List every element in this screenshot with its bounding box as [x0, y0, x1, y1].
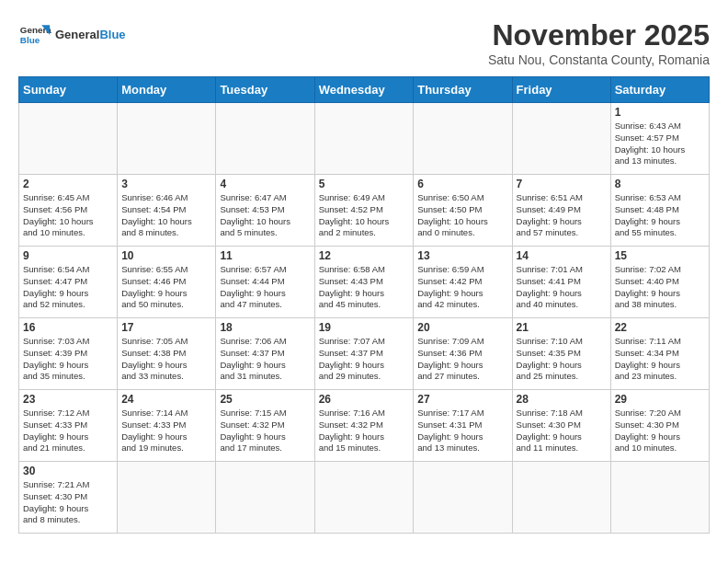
day-number: 24: [121, 393, 211, 406]
day-number: 21: [517, 321, 607, 334]
calendar-cell: 19Sunrise: 7:07 AM Sunset: 4:37 PM Dayli…: [314, 318, 414, 390]
day-number: 20: [417, 321, 507, 334]
calendar-cell: 13Sunrise: 6:59 AM Sunset: 4:42 PM Dayli…: [414, 247, 512, 318]
calendar-cell: 6Sunrise: 6:50 AM Sunset: 4:50 PM Daylig…: [414, 175, 512, 247]
calendar-cell: [216, 103, 314, 175]
day-number: 6: [417, 178, 507, 190]
day-info: Sunrise: 7:06 AM Sunset: 4:37 PM Dayligh…: [220, 336, 310, 383]
calendar-cell: [512, 462, 610, 534]
logo-blue: Blue: [99, 28, 125, 41]
day-number: 30: [23, 465, 113, 477]
calendar-cell: [216, 462, 314, 534]
calendar-cell: 23Sunrise: 7:12 AM Sunset: 4:33 PM Dayli…: [19, 390, 118, 462]
calendar-cell: 2Sunrise: 6:45 AM Sunset: 4:56 PM Daylig…: [19, 175, 118, 247]
logo-icon: General Blue: [18, 18, 51, 52]
calendar-cell: 29Sunrise: 7:20 AM Sunset: 4:30 PM Dayli…: [610, 390, 709, 462]
day-info: Sunrise: 6:50 AM Sunset: 4:50 PM Dayligh…: [417, 192, 507, 239]
day-header-sunday: Sunday: [19, 77, 118, 103]
calendar-cell: 21Sunrise: 7:10 AM Sunset: 4:35 PM Dayli…: [512, 318, 610, 390]
calendar-cell: 11Sunrise: 6:57 AM Sunset: 4:44 PM Dayli…: [216, 247, 314, 318]
calendar-cell: [19, 103, 118, 175]
week-row-3: 9Sunrise: 6:54 AM Sunset: 4:47 PM Daylig…: [19, 247, 710, 318]
day-info: Sunrise: 7:16 AM Sunset: 4:32 PM Dayligh…: [319, 408, 410, 454]
calendar-cell: 9Sunrise: 6:54 AM Sunset: 4:47 PM Daylig…: [19, 247, 118, 318]
day-number: 28: [517, 393, 607, 406]
day-info: Sunrise: 7:14 AM Sunset: 4:33 PM Dayligh…: [121, 408, 211, 454]
calendar-cell: 7Sunrise: 6:51 AM Sunset: 4:49 PM Daylig…: [512, 175, 610, 247]
calendar-cell: 4Sunrise: 6:47 AM Sunset: 4:53 PM Daylig…: [216, 175, 314, 247]
day-number: 18: [220, 321, 310, 334]
day-number: 27: [417, 393, 507, 406]
week-row-1: 1Sunrise: 6:43 AM Sunset: 4:57 PM Daylig…: [19, 103, 710, 175]
calendar-cell: 22Sunrise: 7:11 AM Sunset: 4:34 PM Dayli…: [610, 318, 709, 390]
day-number: 17: [121, 321, 211, 334]
day-number: 29: [615, 393, 705, 406]
day-info: Sunrise: 7:12 AM Sunset: 4:33 PM Dayligh…: [23, 408, 113, 454]
day-info: Sunrise: 6:53 AM Sunset: 4:48 PM Dayligh…: [615, 192, 705, 239]
calendar: SundayMondayTuesdayWednesdayThursdayFrid…: [18, 76, 710, 534]
day-number: 7: [517, 178, 607, 190]
day-number: 3: [121, 178, 211, 190]
day-info: Sunrise: 6:51 AM Sunset: 4:49 PM Dayligh…: [517, 192, 607, 239]
calendar-cell: 16Sunrise: 7:03 AM Sunset: 4:39 PM Dayli…: [19, 318, 118, 390]
day-header-thursday: Thursday: [414, 77, 512, 103]
calendar-cell: [414, 103, 512, 175]
day-number: 11: [220, 249, 310, 262]
calendar-cell: [118, 462, 216, 534]
day-info: Sunrise: 6:58 AM Sunset: 4:43 PM Dayligh…: [319, 264, 410, 311]
calendar-cell: 25Sunrise: 7:15 AM Sunset: 4:32 PM Dayli…: [216, 390, 314, 462]
day-info: Sunrise: 7:07 AM Sunset: 4:37 PM Dayligh…: [319, 336, 410, 383]
day-number: 25: [220, 393, 310, 406]
day-info: Sunrise: 7:10 AM Sunset: 4:35 PM Dayligh…: [517, 336, 607, 383]
calendar-cell: [314, 103, 414, 175]
day-info: Sunrise: 7:11 AM Sunset: 4:34 PM Dayligh…: [615, 336, 705, 383]
day-info: Sunrise: 7:17 AM Sunset: 4:31 PM Dayligh…: [417, 408, 507, 454]
day-info: Sunrise: 6:43 AM Sunset: 4:57 PM Dayligh…: [615, 121, 705, 167]
day-info: Sunrise: 7:18 AM Sunset: 4:30 PM Dayligh…: [517, 408, 607, 454]
days-header-row: SundayMondayTuesdayWednesdayThursdayFrid…: [19, 77, 710, 103]
calendar-cell: 17Sunrise: 7:05 AM Sunset: 4:38 PM Dayli…: [118, 318, 216, 390]
calendar-cell: [414, 462, 512, 534]
logo: General Blue GeneralBlue: [18, 18, 126, 52]
calendar-cell: 3Sunrise: 6:46 AM Sunset: 4:54 PM Daylig…: [118, 175, 216, 247]
day-header-saturday: Saturday: [610, 77, 709, 103]
day-info: Sunrise: 6:46 AM Sunset: 4:54 PM Dayligh…: [121, 192, 211, 239]
day-number: 15: [615, 249, 705, 262]
day-info: Sunrise: 6:47 AM Sunset: 4:53 PM Dayligh…: [220, 192, 310, 239]
calendar-cell: 18Sunrise: 7:06 AM Sunset: 4:37 PM Dayli…: [216, 318, 314, 390]
day-number: 9: [23, 249, 113, 262]
day-info: Sunrise: 6:55 AM Sunset: 4:46 PM Dayligh…: [121, 264, 211, 311]
calendar-cell: 8Sunrise: 6:53 AM Sunset: 4:48 PM Daylig…: [610, 175, 709, 247]
day-info: Sunrise: 7:20 AM Sunset: 4:30 PM Dayligh…: [615, 408, 705, 454]
calendar-cell: 26Sunrise: 7:16 AM Sunset: 4:32 PM Dayli…: [314, 390, 414, 462]
header: General Blue GeneralBlue November 2025 S…: [18, 18, 710, 67]
day-info: Sunrise: 7:05 AM Sunset: 4:38 PM Dayligh…: [121, 336, 211, 383]
calendar-cell: [314, 462, 414, 534]
day-number: 10: [121, 249, 211, 262]
calendar-cell: 24Sunrise: 7:14 AM Sunset: 4:33 PM Dayli…: [118, 390, 216, 462]
day-info: Sunrise: 7:01 AM Sunset: 4:41 PM Dayligh…: [517, 264, 607, 311]
day-number: 13: [417, 249, 507, 262]
calendar-cell: 5Sunrise: 6:49 AM Sunset: 4:52 PM Daylig…: [314, 175, 414, 247]
calendar-cell: [118, 103, 216, 175]
day-header-monday: Monday: [118, 77, 216, 103]
week-row-5: 23Sunrise: 7:12 AM Sunset: 4:33 PM Dayli…: [19, 390, 710, 462]
day-header-friday: Friday: [512, 77, 610, 103]
month-title: November 2025: [488, 18, 710, 52]
calendar-cell: 14Sunrise: 7:01 AM Sunset: 4:41 PM Dayli…: [512, 247, 610, 318]
week-row-6: 30Sunrise: 7:21 AM Sunset: 4:30 PM Dayli…: [19, 462, 710, 534]
day-number: 12: [319, 249, 410, 262]
day-header-wednesday: Wednesday: [314, 77, 414, 103]
day-number: 14: [517, 249, 607, 262]
day-info: Sunrise: 6:54 AM Sunset: 4:47 PM Dayligh…: [23, 264, 113, 311]
calendar-cell: 28Sunrise: 7:18 AM Sunset: 4:30 PM Dayli…: [512, 390, 610, 462]
day-info: Sunrise: 6:45 AM Sunset: 4:56 PM Dayligh…: [23, 192, 113, 239]
day-info: Sunrise: 7:03 AM Sunset: 4:39 PM Dayligh…: [23, 336, 113, 383]
day-number: 5: [319, 178, 410, 190]
day-info: Sunrise: 7:09 AM Sunset: 4:36 PM Dayligh…: [417, 336, 507, 383]
calendar-cell: 1Sunrise: 6:43 AM Sunset: 4:57 PM Daylig…: [610, 103, 709, 175]
calendar-cell: 10Sunrise: 6:55 AM Sunset: 4:46 PM Dayli…: [118, 247, 216, 318]
day-number: 26: [319, 393, 410, 406]
week-row-2: 2Sunrise: 6:45 AM Sunset: 4:56 PM Daylig…: [19, 175, 710, 247]
calendar-cell: 20Sunrise: 7:09 AM Sunset: 4:36 PM Dayli…: [414, 318, 512, 390]
